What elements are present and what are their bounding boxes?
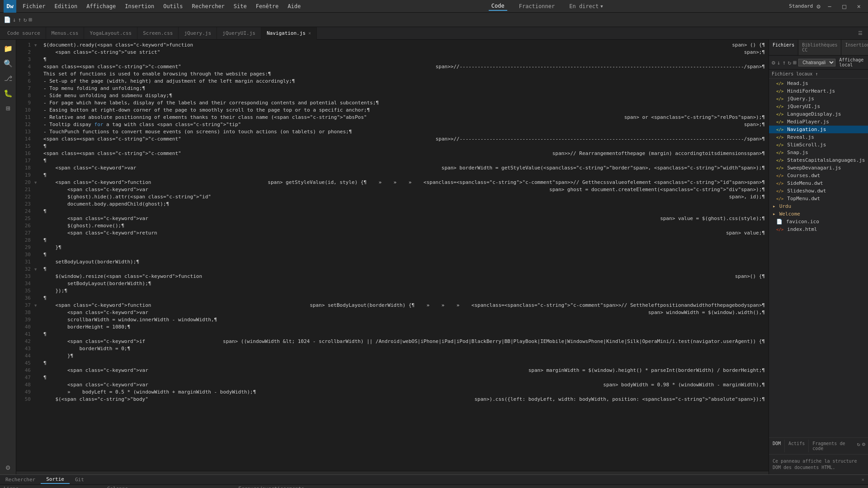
ls-debug-icon[interactable]: 🐛 [1, 86, 15, 100]
code-line-16: 16▼<span class=<span class="c-string">"c… [20, 150, 765, 157]
rp-refresh-icon[interactable]: ↻ [857, 441, 860, 451]
code-line-13: 13▼- TouchPunch functions to convert mou… [20, 128, 765, 136]
menu-edition[interactable]: Edition [50, 1, 82, 11]
tab-code-source[interactable]: Code source [2, 27, 46, 40]
code-container[interactable]: 1▼$(document).ready(<span class="c-keywo… [16, 40, 769, 471]
rp-icon-4[interactable]: ↻ [788, 59, 791, 66]
rp-gear-icon[interactable]: ⚙ [862, 441, 865, 451]
mode-label: Standard [789, 3, 813, 9]
menu-rechercher[interactable]: Rechercher [188, 1, 229, 11]
tab-navigation-js[interactable]: Navigation.js × [261, 27, 317, 40]
menu-site[interactable]: Site [229, 1, 251, 11]
maximize-btn[interactable]: □ [839, 2, 849, 11]
tree-item-slimscrolljs[interactable]: </>SlimScroll.js [769, 141, 868, 149]
ls-settings-icon[interactable]: ⚙ [3, 460, 13, 474]
tree-item-indexhtml[interactable]: </>index.html [769, 225, 868, 233]
code-line-47: 47▼¶ [20, 374, 765, 381]
tabs-overflow-icon[interactable]: ☰ [858, 30, 866, 36]
rp-icon-1[interactable]: ⚙ [772, 59, 775, 66]
tree-item-jqueryuijs[interactable]: </>jQueryUI.js [769, 103, 868, 110]
tree-item-welcome[interactable]: ▸Welcome [769, 210, 868, 218]
right-panel-toolbar: ⚙ ↓ ↑ ↻ ⊞ Chatrangali Affichage local [769, 56, 868, 70]
tab-menus-css[interactable]: Menus.css [46, 27, 85, 40]
tree-item-slideshowdwt[interactable]: </>Slideshow.dwt [769, 187, 868, 195]
close-btn[interactable]: × [854, 2, 864, 11]
tab-yoga-css[interactable]: YogaLayout.css [84, 27, 137, 40]
code-line-49: 49▼ » bodyLeft = 0.5 * (windowWidth + ma… [20, 389, 765, 396]
menu-fichier[interactable]: Fichier [18, 1, 50, 11]
code-line-20: 20▼ <span class="c-keyword">functionspan… [20, 179, 765, 186]
tree-item-snapjs[interactable]: </>Snap.js [769, 149, 868, 156]
code-line-46: 46▼ <span class="c-keyword">varspan> mar… [20, 367, 765, 374]
code-line-38: 38▼ <span class="c-keyword">varspan> win… [20, 309, 765, 316]
rpanel-tab-biblio[interactable]: Bibliothèques CC [798, 40, 841, 55]
col-errors: Erreurs/avertissements [235, 485, 868, 488]
code-line-27: 27▼ <span class="c-keyword">returnspan> … [20, 230, 765, 237]
minimize-btn[interactable]: − [824, 2, 835, 11]
code-line-26: 26▼ $(ghost).remove();¶ [20, 222, 765, 230]
code-line-7: 7▼- Top menu folding and unfolding;¶ [20, 85, 765, 92]
tree-item-urdu[interactable]: ▸Urdu [769, 202, 868, 210]
rpanel-tab-fichiers[interactable]: Fichiers [769, 40, 798, 55]
actifs-tab[interactable]: Actifs [785, 440, 809, 452]
tree-item-jqueryjs[interactable]: </>jQuery.js [769, 95, 868, 103]
btab-rechercher[interactable]: Rechercher [0, 476, 41, 483]
code-line-19: 19▼¶ [20, 172, 765, 179]
dom-tab[interactable]: DOM [769, 440, 785, 452]
col-ligne: Ligne [0, 485, 104, 488]
toolbar-icon-4[interactable]: ↻ [24, 16, 27, 23]
tree-item-headjs[interactable]: </>Head.js [769, 80, 868, 87]
workspace-select[interactable]: Chatrangali [798, 59, 835, 66]
tab-close-icon[interactable]: × [308, 31, 311, 36]
tab-jquery-js[interactable]: jQuery.js [179, 27, 217, 40]
ls-search-icon[interactable]: 🔍 [1, 56, 15, 70]
file-tree: </>Head.js</>HindiForHeart.js</>jQuery.j… [769, 79, 868, 437]
ls-extensions-icon[interactable]: ⊞ [3, 101, 13, 115]
menu-insertion[interactable]: Insertion [120, 1, 159, 11]
tree-item-navigationjs[interactable]: </>Navigation.js [769, 126, 868, 133]
horizontal-scrollbar[interactable] [16, 471, 769, 474]
rp-icon-3[interactable]: ↑ [783, 59, 786, 66]
ls-files-icon[interactable]: 📁 [1, 42, 15, 56]
tree-item-revealjs[interactable]: </>Reveal.js [769, 133, 868, 141]
file-tabs: Code source Menus.css YogaLayout.css Scr… [0, 27, 868, 40]
toolbar-icon-2[interactable]: ↓ [13, 16, 16, 23]
tab-screen-css[interactable]: Screen.css [137, 27, 179, 40]
settings-icon[interactable]: ⚙ [816, 3, 820, 10]
menu-fenetre[interactable]: Fenêtre [251, 1, 283, 11]
tree-item-sidemenudwt[interactable]: </>SideMenu.dwt [769, 179, 868, 187]
bottom-panel-close[interactable]: × [861, 477, 868, 483]
code-line-44: 44▼ }¶ [20, 352, 765, 360]
tree-item-languagedisplayjs[interactable]: </>LanguageDisplay.js [769, 110, 868, 118]
btab-sortie[interactable]: Sortie [41, 475, 70, 484]
fragments-tab[interactable]: Fragments de code [809, 440, 854, 452]
toolbar-icon-3[interactable]: ↑ [18, 16, 22, 23]
ls-git-icon[interactable]: ⎇ [1, 71, 15, 85]
menu-aide[interactable]: Aide [283, 1, 305, 11]
view-live-btn[interactable]: En direct▼ [566, 2, 605, 10]
code-content[interactable]: 1▼$(document).ready(<span class="c-keywo… [16, 40, 769, 471]
btab-git[interactable]: Git [70, 476, 90, 483]
code-line-23: 23▼ document.body.appendChild(ghost);¶ [20, 201, 765, 208]
rpanel-tab-insertion[interactable]: Insertion [841, 40, 868, 55]
rp-icon-2[interactable]: ↓ [777, 59, 781, 66]
code-line-41: 41▼¶ [20, 331, 765, 338]
menu-outils[interactable]: Outils [159, 1, 187, 11]
tree-item-topmenudwt[interactable]: </>TopMenu.dwt [769, 195, 868, 202]
tree-item-statescapitalslanguagesjs[interactable]: </>StatesCapitalsLanguages.js [769, 156, 868, 164]
code-line-29: 29▼ }¶ [20, 244, 765, 251]
toolbar-icon-1[interactable]: 📄 [4, 16, 11, 23]
tree-item-hindiforheartjs[interactable]: </>HindiForHeart.js [769, 87, 868, 95]
tree-item-coursesdwt[interactable]: </>Courses.dwt [769, 172, 868, 179]
tab-jqueryui-js[interactable]: jQueryUI.js [217, 27, 261, 40]
tree-item-sweepdevanagarijs[interactable]: </>SweepDevanagari.js [769, 164, 868, 172]
menu-affichage[interactable]: Affichage [82, 1, 120, 11]
tree-item-faviconico[interactable]: 📄favicon.ico [769, 218, 868, 225]
view-code-btn[interactable]: Code [489, 2, 507, 11]
titlebar: Dw Fichier Edition Affichage Insertion O… [0, 0, 868, 13]
main-toolbar: 📄 ↓ ↑ ↻ ⊞ [0, 13, 868, 27]
tree-item-mediaplayerjs[interactable]: </>MediaPlayer.js [769, 118, 868, 126]
toolbar-icon-5[interactable]: ⊞ [28, 16, 32, 23]
view-split-btn[interactable]: Fractionner [516, 2, 557, 10]
rp-icon-5[interactable]: ⊞ [793, 59, 797, 66]
